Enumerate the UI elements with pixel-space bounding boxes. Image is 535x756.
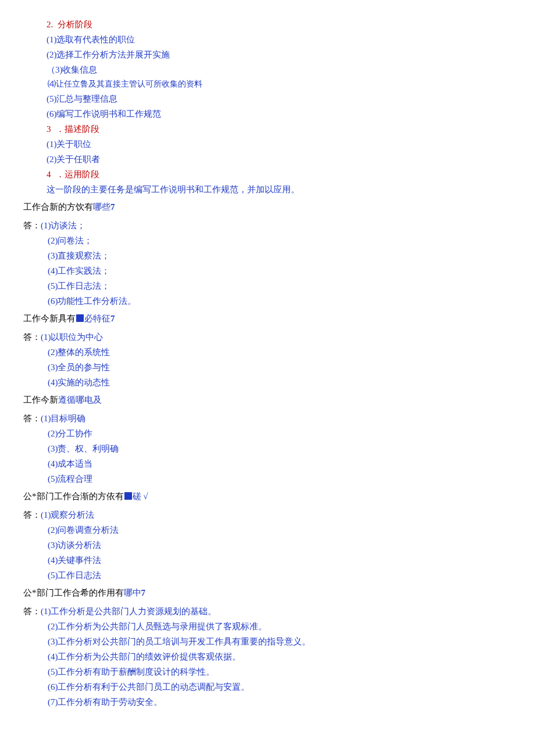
paragraph: 这一阶段的主要任务是编写工作说明书和工作规范，并加以应用。: [47, 182, 512, 196]
answer-text: (4)成本适当: [48, 457, 512, 471]
square-icon: [124, 492, 132, 500]
answer-row: 答：(1)目标明确: [23, 411, 512, 425]
answer-row: 答：(1)访谈法；: [23, 218, 512, 232]
answer-text: (6)工作分析有利于公共部门员工的动态调配与安置。: [48, 680, 512, 694]
question-num: 7: [110, 314, 115, 323]
heading-num: 4: [47, 170, 51, 179]
answer-text: (5)工作分析有助于薪酬制度设计的科学性。: [48, 665, 512, 679]
question-4: 公*部门工作合渐的方依有磋 √: [23, 489, 512, 503]
answer-text: (2)问卷调查分析法: [48, 523, 512, 537]
question-text: 工作今新具有: [23, 314, 76, 323]
answer-label: 答：: [23, 414, 41, 423]
answer-text: (2)工作分析为公共部门人员甄选与录用提供了客观标准。: [48, 619, 512, 633]
heading-title: ．运用阶段: [56, 170, 99, 179]
question-blue: 遵循哪电及: [58, 395, 102, 404]
heading-title: 分析阶段: [58, 20, 92, 29]
question-blue: 磋: [133, 492, 141, 501]
question-text: 公*部门工作合渐的方依有: [23, 492, 124, 501]
question-num: 7: [141, 588, 146, 597]
answer-row: 答：(1)工作分析是公共部门人力资源规划的基础。: [23, 604, 512, 618]
list-item: (2)关于任职者: [47, 152, 512, 166]
answer-text: (2)整体的系统性: [48, 345, 512, 359]
question-text: 工作合新的方饮有: [23, 202, 93, 212]
question-blue: 哪些: [93, 202, 110, 212]
answer-text: (3)责、权、利明确: [48, 442, 512, 456]
question-text: 公*部门工作合希的作用有: [23, 588, 124, 597]
list-item: (2)选择工作分析方法并展开实施: [47, 48, 512, 62]
list-item: （3)收集信息: [47, 63, 512, 77]
question-blue: 哪中: [124, 588, 141, 597]
answer-text: (1)访谈法；: [41, 221, 86, 230]
heading-phase-3: 3．描述阶段: [47, 122, 512, 136]
heading-num: 3: [47, 124, 51, 134]
question-3: 工作今新遵循哪电及: [23, 393, 512, 407]
answer-text: (1)目标明确: [41, 414, 86, 423]
answer-text: (1)以职位为中心: [41, 332, 104, 342]
answer-text: (4)实施的动态性: [48, 375, 512, 389]
answer-text: (3)访谈分析法: [48, 538, 512, 552]
answer-text: (4)工作实践法；: [48, 264, 512, 278]
square-icon: [76, 314, 84, 322]
answer-text: (4)关键事件法: [48, 553, 512, 567]
answer-label: 答：: [23, 332, 41, 342]
list-item: (1)关于职位: [47, 137, 512, 151]
heading-title: ．描述阶段: [56, 124, 99, 134]
answer-text: (7)工作分析有助于劳动安全。: [48, 695, 512, 709]
answer-text: (3)直接观察法；: [48, 249, 512, 263]
answer-text: (1)观察分析法: [41, 510, 95, 519]
answer-text: (5)流程合理: [48, 472, 512, 486]
heading-phase-2: 2.分析阶段: [47, 17, 512, 31]
list-item: (1)选取有代表性的职位: [47, 33, 512, 46]
answer-text: (4)工作分析为公共部门的绩效评价提供客观依据。: [48, 650, 512, 664]
list-item: ⑷让任立鲁及其直接主管认可所收集的资料: [48, 78, 512, 91]
answer-text: (2)分工协作: [48, 427, 512, 440]
question-text: 工作今新: [23, 395, 58, 404]
question-1: 工作合新的方饮有哪些7: [23, 200, 512, 214]
answer-row: 答：(1)观察分析法: [23, 508, 512, 522]
check-icon: √: [143, 492, 148, 501]
answer-row: 答：(1)以职位为中心: [23, 330, 512, 344]
answer-text: (1)工作分析是公共部门人力资源规划的基础。: [41, 607, 217, 616]
question-num: 7: [110, 202, 115, 212]
list-item: (5)汇总与整理信息: [47, 92, 512, 106]
heading-num: 2.: [47, 20, 53, 29]
list-item: (6)编写工作说明书和工作规范: [47, 107, 512, 121]
answer-label: 答：: [23, 607, 41, 616]
answer-text: (5)工作日志法: [48, 568, 512, 582]
answer-text: (3)工作分析对公共部门的员工培训与开发工作具有重要的指导意义。: [48, 635, 512, 648]
answer-text: (5)工作日志法；: [48, 279, 512, 293]
answer-text: (2)问卷法；: [48, 234, 512, 248]
heading-phase-4: 4．运用阶段: [47, 167, 512, 181]
answer-label: 答：: [23, 221, 41, 230]
question-5: 公*部门工作合希的作用有哪中7: [23, 586, 512, 600]
question-blue: 必特征: [84, 314, 110, 323]
answer-text: (3)全员的参与性: [48, 360, 512, 374]
answer-text: (6)功能性工作分析法。: [48, 294, 512, 308]
question-2: 工作今新具有必特征7: [23, 311, 512, 325]
answer-label: 答：: [23, 510, 41, 519]
